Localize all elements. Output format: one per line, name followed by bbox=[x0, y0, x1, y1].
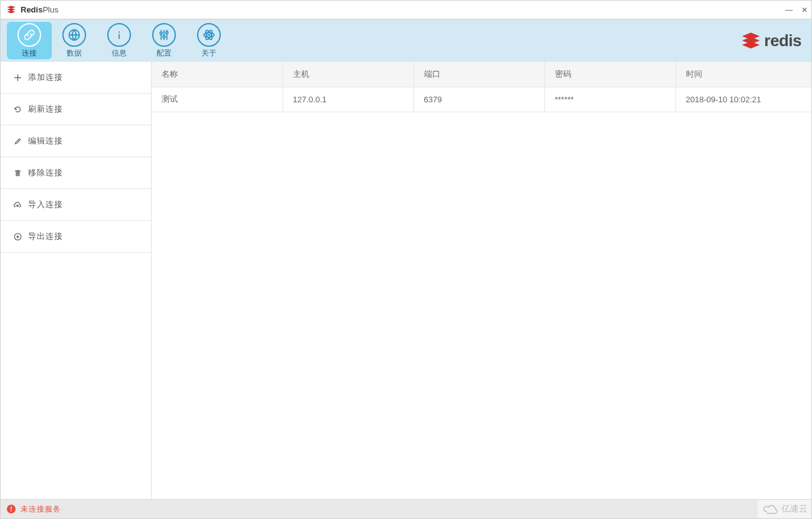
sidebar-item-refresh[interactable]: 刷新连接 bbox=[1, 94, 151, 125]
column-header[interactable]: 时间 bbox=[675, 62, 811, 87]
tab-link[interactable]: 连接 bbox=[7, 22, 52, 59]
tab-globe[interactable]: 数据 bbox=[52, 22, 97, 59]
app-icon bbox=[6, 4, 17, 16]
tab-label: 数据 bbox=[67, 48, 82, 59]
sidebar-item-label: 导入连接 bbox=[28, 199, 63, 210]
tab-label: 信息 bbox=[112, 48, 127, 59]
statusbar: ! 未连接服务 亿速云 bbox=[0, 499, 812, 519]
refresh-icon bbox=[13, 105, 22, 114]
trash-icon bbox=[13, 168, 22, 177]
titlebar: RedisPlus — ✕ bbox=[0, 0, 812, 19]
column-header[interactable]: 端口 bbox=[413, 62, 544, 87]
atom-icon bbox=[197, 23, 221, 47]
globe-icon bbox=[62, 23, 86, 47]
table-row[interactable]: 测试127.0.0.16379******2018-09-10 10:02:21 bbox=[152, 87, 811, 112]
tab-sliders[interactable]: 配置 bbox=[142, 22, 186, 59]
tab-atom[interactable]: 关于 bbox=[186, 22, 231, 59]
column-header[interactable]: 主机 bbox=[283, 62, 413, 87]
table-cell: 6379 bbox=[413, 87, 544, 112]
sidebar-item-label: 刷新连接 bbox=[28, 104, 63, 115]
window-controls: — ✕ bbox=[785, 1, 808, 19]
pencil-icon bbox=[13, 137, 22, 145]
svg-point-5 bbox=[208, 34, 210, 36]
column-header[interactable]: 密码 bbox=[544, 62, 675, 87]
cloud-up-icon bbox=[13, 200, 22, 209]
table-cell: ****** bbox=[544, 87, 675, 112]
table-cell: 127.0.0.1 bbox=[283, 87, 413, 112]
sliders-icon bbox=[152, 23, 176, 47]
minimize-button[interactable]: — bbox=[785, 6, 793, 14]
svg-point-3 bbox=[163, 35, 165, 37]
close-button[interactable]: ✕ bbox=[801, 6, 808, 14]
sidebar: 添加连接刷新连接编辑连接移除连接导入连接导出连接 bbox=[1, 62, 152, 499]
sidebar-item-pencil[interactable]: 编辑连接 bbox=[1, 125, 151, 157]
redis-logo: redis bbox=[740, 30, 801, 51]
app-title: RedisPlus bbox=[21, 5, 59, 14]
sidebar-item-cloud-up[interactable]: 导入连接 bbox=[1, 189, 151, 221]
sidebar-item-trash[interactable]: 移除连接 bbox=[1, 157, 151, 189]
watermark: 亿速云 bbox=[758, 500, 811, 518]
info-icon bbox=[107, 23, 131, 47]
connections-table: 名称主机端口密码时间 测试127.0.0.16379******2018-09-… bbox=[152, 62, 811, 112]
status-message: 未连接服务 bbox=[21, 504, 61, 515]
redis-logo-icon bbox=[740, 30, 761, 51]
sidebar-item-label: 移除连接 bbox=[28, 167, 63, 178]
table-cell: 2018-09-10 10:02:21 bbox=[675, 87, 811, 112]
svg-point-2 bbox=[160, 32, 163, 34]
status-error-icon: ! bbox=[7, 505, 16, 513]
sidebar-item-plus[interactable]: 添加连接 bbox=[1, 62, 151, 94]
table-header-row: 名称主机端口密码时间 bbox=[152, 62, 811, 87]
sidebar-item-label: 添加连接 bbox=[28, 72, 63, 83]
tab-label: 连接 bbox=[22, 48, 37, 59]
cloud-icon bbox=[761, 503, 779, 515]
column-header[interactable]: 名称 bbox=[152, 62, 283, 87]
toolbar: 连接数据信息配置关于 redis bbox=[0, 19, 812, 62]
sidebar-item-label: 导出连接 bbox=[28, 231, 63, 242]
download-circle-icon bbox=[13, 232, 22, 241]
tab-label: 关于 bbox=[201, 48, 216, 59]
tab-label: 配置 bbox=[157, 48, 172, 59]
redis-logo-text: redis bbox=[764, 31, 801, 51]
svg-point-1 bbox=[118, 31, 120, 32]
tab-info[interactable]: 信息 bbox=[97, 22, 142, 59]
link-icon bbox=[17, 23, 41, 47]
sidebar-item-download-circle[interactable]: 导出连接 bbox=[1, 221, 151, 253]
svg-point-4 bbox=[166, 31, 168, 34]
sidebar-item-label: 编辑连接 bbox=[28, 135, 63, 147]
table-cell: 测试 bbox=[152, 87, 283, 112]
main-content: 名称主机端口密码时间 测试127.0.0.16379******2018-09-… bbox=[152, 62, 811, 499]
plus-icon bbox=[13, 73, 22, 82]
